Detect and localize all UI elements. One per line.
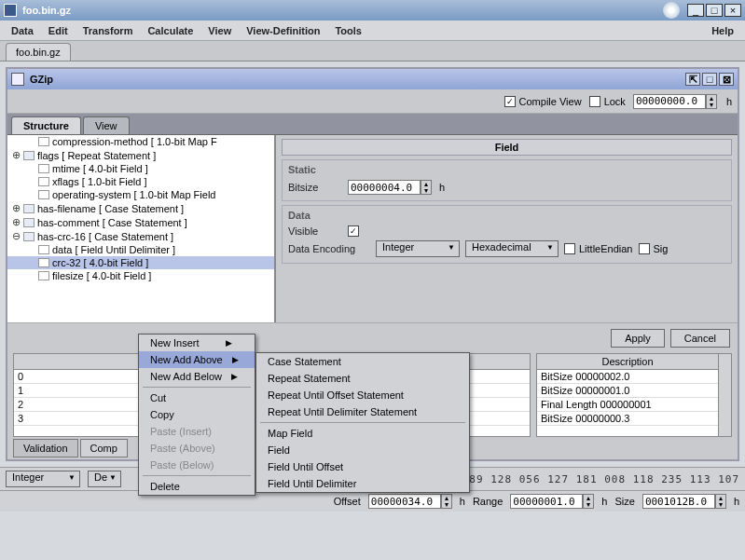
offset-unit: h	[460, 496, 465, 507]
ctx-delete[interactable]: Delete	[139, 478, 255, 495]
range-field[interactable]: ▴▾	[510, 494, 594, 509]
panel-max-icon[interactable]: □	[702, 73, 717, 86]
bitsize-field[interactable]: ▴▾	[348, 180, 432, 195]
tree-item[interactable]: xflags [ 1.0-bit Field ]	[7, 175, 274, 188]
spinner-icon[interactable]: ▴▾	[441, 494, 452, 509]
lock-checkbox[interactable]: Lock	[589, 96, 626, 107]
de-dropdown[interactable]: De	[88, 471, 121, 487]
size-input[interactable]	[642, 494, 715, 509]
visible-checkbox[interactable]: ✓	[348, 225, 359, 237]
menu-view-definition[interactable]: View-Definition	[239, 23, 327, 38]
sig-label: Sig	[654, 243, 669, 254]
file-icon	[38, 245, 49, 254]
tree-item[interactable]: ⊕has-filename [ Case Statement ]	[7, 201, 274, 215]
collapse-icon[interactable]: ⊖	[11, 230, 21, 242]
sub-field-offset[interactable]: Field Until Offset	[256, 458, 469, 475]
lock-value-field[interactable]: ▴▾	[633, 94, 717, 109]
data-legend: Data	[288, 210, 725, 221]
field-header: Field	[282, 139, 732, 156]
structure-view-tabs: Structure View	[7, 114, 738, 134]
checkbox-icon	[589, 96, 600, 107]
de-value: De	[94, 471, 107, 483]
maximize-button[interactable]: □	[706, 4, 723, 17]
scrollbar[interactable]	[718, 354, 731, 436]
swirl-icon	[663, 2, 680, 19]
sub-case-statement[interactable]: Case Statement	[256, 353, 469, 370]
range-input[interactable]	[510, 494, 583, 509]
tree-item[interactable]: operating-system [ 1.0-bit Map Field	[7, 188, 274, 201]
submenu-arrow-icon: ▶	[231, 372, 238, 381]
table-row[interactable]: Final Length 000000001	[537, 398, 718, 412]
separator	[143, 387, 251, 388]
ctx-paste-above: Paste (Above)	[139, 440, 255, 457]
close-button[interactable]: ×	[724, 4, 741, 17]
tree-label: has-filename [ Case Statement ]	[37, 203, 184, 214]
ctx-cut[interactable]: Cut	[139, 389, 255, 406]
table-row[interactable]: BitSize 00000000.3	[537, 412, 718, 426]
type-dropdown[interactable]: Integer	[6, 471, 80, 487]
ctx-copy[interactable]: Copy	[139, 406, 255, 423]
menu-transform[interactable]: Transform	[76, 23, 141, 38]
sub-field[interactable]: Field	[256, 442, 469, 458]
compile-view-checkbox[interactable]: ✓ Compile View	[504, 96, 582, 107]
offset-label: Offset	[334, 496, 361, 507]
sig-checkbox[interactable]: Sig	[639, 243, 669, 254]
minimize-button[interactable]: _	[687, 4, 704, 17]
table-row[interactable]: BitSize 00000001.0	[537, 384, 718, 398]
tree-item[interactable]: filesize [ 4.0-bit Field ]	[7, 269, 274, 282]
window-titlebar: foo.bin.gz _ □ ×	[0, 0, 745, 20]
tab-validation[interactable]: Validation	[13, 439, 78, 458]
range-label: Range	[473, 496, 503, 507]
menu-edit[interactable]: Edit	[41, 23, 76, 38]
tab-compile[interactable]: Comp	[80, 439, 128, 458]
structure-tree[interactable]: compression-method [ 1.0-bit Map F ⊕flag…	[7, 135, 276, 322]
bitsize-input[interactable]	[348, 180, 421, 195]
ctx-new-insert[interactable]: New Insert▶	[139, 335, 255, 351]
expand-icon[interactable]: ⊕	[11, 216, 21, 228]
table-row[interactable]: BitSize 00000002.0	[537, 370, 718, 384]
description-table: Description BitSize 00000002.0 BitSize 0…	[536, 353, 732, 437]
ctx-new-add-above[interactable]: New Add Above▶	[139, 351, 255, 368]
endian-checkbox[interactable]: LittleEndian	[564, 243, 633, 254]
expand-icon[interactable]: ⊕	[11, 149, 21, 161]
encoding-dropdown[interactable]: Integer	[376, 240, 460, 257]
spinner-icon[interactable]: ▴▾	[421, 180, 432, 195]
tree-item[interactable]: ⊕flags [ Repeat Statement ]	[7, 148, 274, 162]
tree-item[interactable]: ⊕has-comment [ Case Statement ]	[7, 215, 274, 229]
cancel-button[interactable]: Cancel	[670, 329, 730, 348]
sub-repeat-offset[interactable]: Repeat Until Offset Statement	[256, 387, 469, 403]
spinner-icon[interactable]: ▴▾	[715, 494, 726, 509]
spinner-icon[interactable]: ▴▾	[583, 494, 594, 509]
hex-dropdown[interactable]: Hexadecimal	[465, 240, 559, 257]
tree-item[interactable]: mtime [ 4.0-bit Field ]	[7, 162, 274, 175]
tree-item-selected[interactable]: crc-32 [ 4.0-bit Field ]	[7, 256, 274, 269]
tree-item[interactable]: data [ Field Until Delimiter ]	[7, 243, 274, 256]
tree-item[interactable]: compression-method [ 1.0-bit Map F	[7, 135, 274, 148]
offset-input[interactable]	[368, 494, 441, 509]
sub-repeat-delimiter[interactable]: Repeat Until Delimiter Statement	[256, 403, 469, 420]
panel-close-icon[interactable]: ⊠	[719, 73, 734, 86]
panel-titlebar: GZip ⇱ □ ⊠	[7, 69, 738, 89]
sub-repeat-statement[interactable]: Repeat Statement	[256, 370, 469, 387]
size-field[interactable]: ▴▾	[642, 494, 726, 509]
expand-icon[interactable]: ⊕	[11, 202, 21, 214]
sub-field-delimiter[interactable]: Field Until Delimiter	[256, 475, 469, 492]
panel-undock-icon[interactable]: ⇱	[685, 73, 700, 86]
tree-item[interactable]: ⊖has-crc-16 [ Case Statement ]	[7, 229, 274, 243]
data-group: Data Visible ✓ Data Encoding Integer Hex…	[282, 205, 732, 264]
file-tab[interactable]: foo.bin.gz	[6, 43, 71, 61]
menu-view[interactable]: View	[200, 23, 239, 38]
menu-tools[interactable]: Tools	[327, 23, 369, 38]
apply-button[interactable]: Apply	[611, 329, 665, 348]
tab-structure[interactable]: Structure	[11, 116, 81, 134]
tab-view[interactable]: View	[83, 116, 130, 134]
menu-calculate[interactable]: Calculate	[140, 23, 200, 38]
offset-field[interactable]: ▴▾	[368, 494, 452, 509]
separator	[260, 422, 465, 423]
ctx-new-add-below[interactable]: New Add Below▶	[139, 368, 255, 385]
menu-help[interactable]: Help	[704, 23, 741, 38]
menu-data[interactable]: Data	[4, 23, 41, 38]
spinner-icon[interactable]: ▴▾	[706, 94, 717, 109]
lock-value-input[interactable]	[633, 94, 706, 109]
sub-map-field[interactable]: Map Field	[256, 425, 469, 442]
